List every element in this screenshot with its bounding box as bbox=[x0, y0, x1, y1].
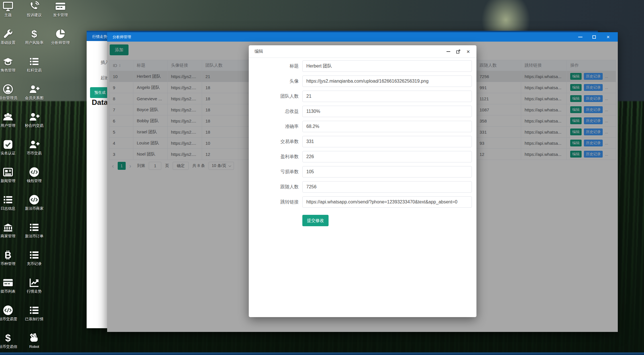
desktop-icon-label: 新法币订单 bbox=[19, 234, 49, 238]
back-window-title: 行情走势 bbox=[92, 34, 107, 39]
member-graph-icon[interactable]: 会员关系图 bbox=[19, 83, 49, 100]
maximize-icon bbox=[592, 35, 596, 39]
desktop-icon-label: 秒合约交易 bbox=[19, 123, 49, 128]
field-input[interactable] bbox=[302, 181, 472, 193]
desktop-icon-label: 钱包管理 bbox=[19, 179, 49, 183]
desktop-icon-label: 投诉建议 bbox=[19, 13, 49, 17]
desktop-icon-label: 行情走势 bbox=[19, 289, 49, 293]
field-label: 跟随人数 bbox=[249, 184, 302, 190]
robot-icon[interactable]: Robot bbox=[19, 332, 49, 349]
wallet-management-icon[interactable]: 钱包管理 bbox=[19, 166, 49, 183]
analyst-management-icon[interactable]: 分析师管理 bbox=[46, 28, 75, 45]
desktop-icon-label: 杠杆交易 bbox=[19, 68, 49, 72]
close-button[interactable]: × bbox=[606, 34, 611, 40]
field-input[interactable] bbox=[302, 166, 472, 178]
minimize-button[interactable] bbox=[578, 34, 583, 40]
field-input[interactable] bbox=[302, 136, 472, 147]
field-input[interactable] bbox=[302, 196, 472, 208]
submit-changes-button[interactable]: 提交修改 bbox=[302, 215, 329, 226]
field-label: 准确率 bbox=[249, 124, 302, 130]
edit-dialog: 编辑 × 标题头像团队人数总收益准确率交易单数盈利单数亏损单数跟随人数跳转链接提… bbox=[249, 45, 476, 317]
desktop-icon-label: 充币记录 bbox=[19, 262, 49, 266]
user-risk-rate-icon[interactable]: $用户风险率 bbox=[19, 28, 49, 45]
desktop-icon-label: 发卡管理 bbox=[46, 13, 75, 17]
field-label: 盈利单数 bbox=[249, 154, 302, 160]
complaint-suggest-icon[interactable]: 投诉建议 bbox=[19, 1, 49, 17]
field-label: 交易单数 bbox=[249, 139, 302, 145]
leverage-trading-icon[interactable]: 杠杆交易 bbox=[19, 56, 49, 72]
desktop-icon-label: 已添加行情 bbox=[19, 317, 49, 321]
desktop-icon-label: 新法币商家 bbox=[19, 206, 49, 211]
form-row: 亏损单数 bbox=[249, 166, 476, 178]
field-label: 亏损单数 bbox=[249, 169, 302, 175]
edit-form: 标题头像团队人数总收益准确率交易单数盈利单数亏损单数跟随人数跳转链接提交修改 bbox=[249, 58, 476, 226]
field-input[interactable] bbox=[302, 76, 472, 87]
form-row: 跟随人数 bbox=[249, 181, 476, 193]
field-input[interactable] bbox=[302, 91, 472, 102]
field-label: 跳转链接 bbox=[249, 199, 302, 205]
form-row: 盈利单数 bbox=[249, 151, 476, 162]
field-input[interactable] bbox=[302, 121, 472, 132]
front-window-title: 分析师管理 bbox=[113, 34, 131, 40]
edit-dialog-title: 编辑 bbox=[254, 49, 263, 54]
coin-coin-trading-icon[interactable]: 币币交易 bbox=[19, 139, 49, 155]
edit-dialog-titlebar[interactable]: 编辑 × bbox=[249, 45, 476, 58]
second-contract-trading-icon[interactable]: 秒合约交易 bbox=[19, 111, 49, 128]
svg-text:$: $ bbox=[5, 332, 11, 343]
taskbar[interactable] bbox=[0, 352, 644, 355]
field-label: 总收益 bbox=[249, 109, 302, 115]
desktop-icon-label: Robot bbox=[19, 344, 49, 349]
desktop-icon-label: 币币交易 bbox=[19, 151, 49, 155]
form-row: 标题 bbox=[249, 60, 476, 72]
form-row: 准确率 bbox=[249, 121, 476, 132]
minimize-icon bbox=[447, 51, 450, 52]
close-icon: × bbox=[466, 49, 470, 54]
field-label: 头像 bbox=[249, 78, 302, 84]
added-markets-icon[interactable]: 已添加行情 bbox=[19, 305, 49, 321]
desktop-icon-label: 分析师管理 bbox=[46, 40, 75, 45]
expand-icon bbox=[456, 49, 460, 54]
new-fiat-merchant-icon[interactable]: 新法币商家 bbox=[19, 194, 49, 211]
market-trend-icon[interactable]: 行情走势 bbox=[19, 277, 49, 293]
new-fiat-orders-icon[interactable]: 新法币订单 bbox=[19, 222, 49, 238]
dialog-expand-button[interactable] bbox=[456, 49, 461, 54]
field-label: 团队人数 bbox=[249, 93, 302, 99]
close-icon: × bbox=[606, 34, 610, 40]
dialog-minimize-button[interactable] bbox=[446, 49, 451, 54]
card-issuing-icon[interactable]: 发卡管理 bbox=[46, 1, 75, 17]
form-row: 头像 bbox=[249, 76, 476, 87]
field-input[interactable] bbox=[302, 106, 472, 117]
form-row: 总收益 bbox=[249, 106, 476, 117]
desktop-icon-label: 会员关系图 bbox=[19, 96, 49, 100]
form-row: 跳转链接 bbox=[249, 196, 476, 208]
svg-text:B: B bbox=[5, 250, 11, 260]
svg-text:$: $ bbox=[31, 28, 37, 39]
desktop: 主题投诉建议发卡管理基础设置$用户风险率分析师管理角色管理杠杆交易后台管理员会员… bbox=[0, 0, 644, 355]
form-row: 交易单数 bbox=[249, 136, 476, 147]
dialog-close-button[interactable]: × bbox=[466, 49, 471, 54]
field-label: 标题 bbox=[249, 63, 302, 69]
minimize-icon bbox=[578, 37, 582, 37]
deposit-records-icon[interactable]: 充币记录 bbox=[19, 249, 49, 266]
field-input[interactable] bbox=[302, 151, 472, 162]
form-row: 团队人数 bbox=[249, 91, 476, 102]
front-window-titlebar[interactable]: 分析师管理 × bbox=[107, 32, 618, 42]
desktop-icon-label: 用户风险率 bbox=[19, 40, 49, 45]
field-input[interactable] bbox=[302, 60, 472, 72]
maximize-button[interactable] bbox=[592, 34, 597, 40]
